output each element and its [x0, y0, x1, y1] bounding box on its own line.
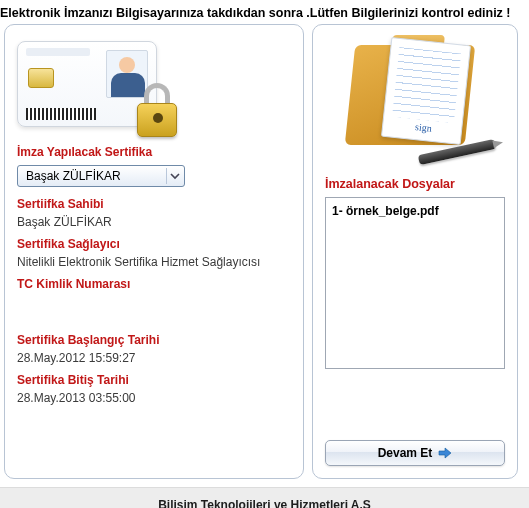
end-date-value: 28.May.2013 03:55:00: [17, 391, 291, 405]
page-instruction: Elektronik İmzanızı Bilgisayarınıza takd…: [0, 0, 529, 24]
folder-illustration: sign: [330, 35, 500, 163]
cert-select-label: İmza Yapılacak Sertifika: [17, 145, 291, 159]
provider-value: Nitelikli Elektronik Sertifika Hizmet Sa…: [17, 255, 291, 269]
smartcard-illustration: [17, 35, 187, 135]
footer-company: Bilişim Teknolojileri ve Hizmetleri A.Ş: [0, 487, 529, 508]
continue-button-label: Devam Et: [378, 446, 433, 460]
list-item[interactable]: 1- örnek_belge.pdf: [332, 202, 498, 220]
start-date-value: 28.May.2012 15:59:27: [17, 351, 291, 365]
certificate-select[interactable]: Başak ZÜLFİKAR: [17, 165, 185, 187]
continue-button[interactable]: Devam Et: [325, 440, 505, 466]
owner-label: Sertiifka Sahibi: [17, 197, 291, 211]
start-date-label: Sertifika Başlangıç Tarihi: [17, 333, 291, 347]
end-date-label: Sertifika Bitiş Tarihi: [17, 373, 291, 387]
files-panel: sign İmzalanacak Dosyalar 1- örnek_belge…: [312, 24, 518, 479]
certificate-select-value: Başak ZÜLFİKAR: [26, 169, 121, 183]
lock-icon: [137, 83, 177, 137]
certificate-panel: İmza Yapılacak Sertifika Başak ZÜLFİKAR …: [4, 24, 304, 479]
chevron-down-icon: [166, 168, 182, 184]
provider-label: Sertifika Sağlayıcı: [17, 237, 291, 251]
tckn-label: TC Kimlik Numarası: [17, 277, 291, 291]
file-list[interactable]: 1- örnek_belge.pdf: [325, 197, 505, 369]
arrow-right-icon: [438, 446, 452, 460]
files-title: İmzalanacak Dosyalar: [325, 177, 505, 191]
owner-value: Başak ZÜLFİKAR: [17, 215, 291, 229]
